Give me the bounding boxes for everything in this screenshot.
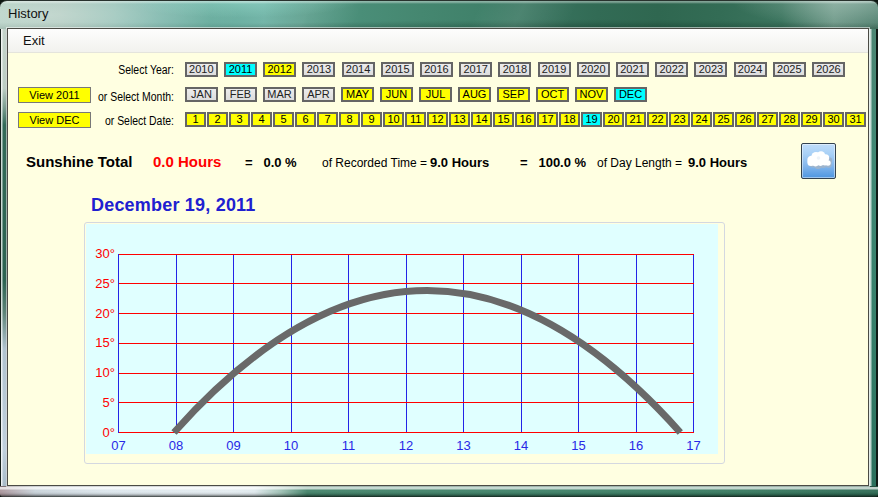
- svg-text:17: 17: [686, 438, 700, 453]
- svg-text:25°: 25°: [95, 276, 115, 291]
- svg-text:11: 11: [342, 438, 356, 453]
- svg-text:12: 12: [399, 438, 413, 453]
- svg-text:07: 07: [111, 438, 125, 453]
- svg-text:15°: 15°: [95, 335, 115, 350]
- svg-text:16: 16: [629, 438, 643, 453]
- svg-text:13: 13: [456, 438, 470, 453]
- svg-text:10°: 10°: [95, 365, 115, 380]
- svg-text:30°: 30°: [95, 246, 115, 261]
- svg-text:09: 09: [226, 438, 240, 453]
- svg-text:14: 14: [514, 438, 528, 453]
- svg-text:5°: 5°: [103, 395, 115, 410]
- svg-text:20°: 20°: [95, 306, 115, 321]
- svg-text:15: 15: [571, 438, 585, 453]
- svg-text:10: 10: [284, 438, 298, 453]
- svg-text:08: 08: [169, 438, 183, 453]
